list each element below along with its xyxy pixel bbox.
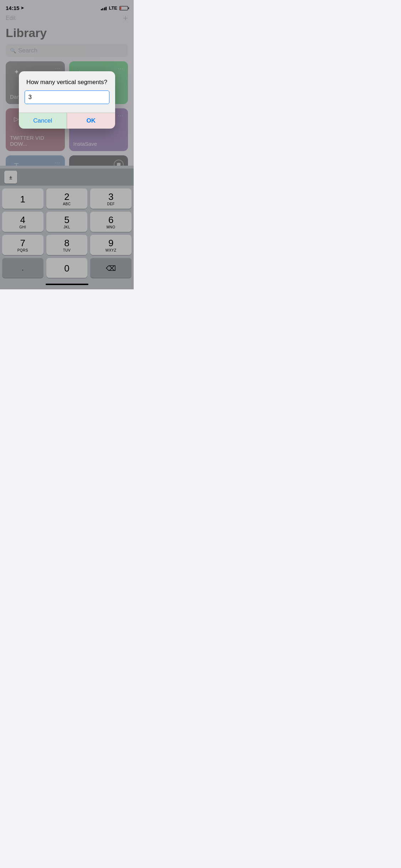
segments-input[interactable] [25,91,109,104]
cancel-button[interactable]: Cancel [19,113,67,129]
modal-overlay [0,0,134,289]
alert-title: How many vertical segments? [25,78,109,86]
alert-body: How many vertical segments? [19,71,115,108]
ok-button[interactable]: OK [67,113,115,129]
alert-dialog: How many vertical segments? Cancel OK [19,71,115,129]
alert-buttons: Cancel OK [19,113,115,129]
